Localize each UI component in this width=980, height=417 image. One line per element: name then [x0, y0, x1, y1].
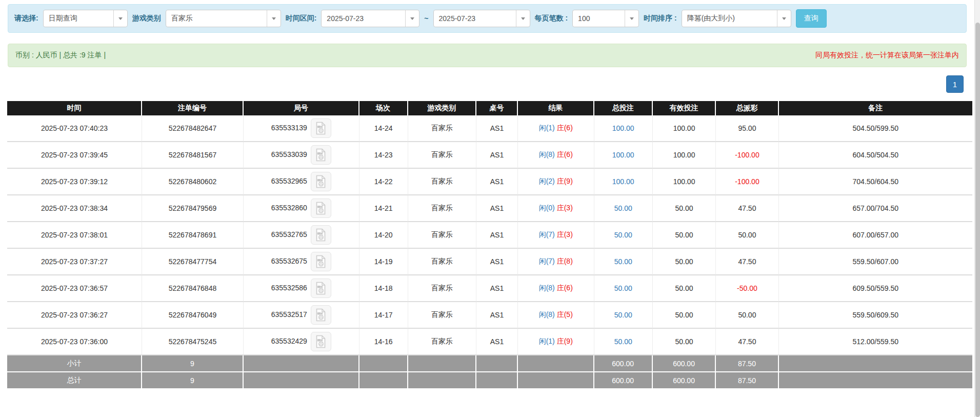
- query-type-select[interactable]: 日期查询: [43, 10, 128, 27]
- bet-id-cell: 522678476049: [142, 302, 244, 329]
- total-bet-link[interactable]: 50.00: [614, 284, 632, 292]
- video-record-icon: [315, 308, 326, 322]
- page-size-select[interactable]: 100: [572, 10, 639, 27]
- result-cell: 闲(7) 庄(8): [518, 249, 594, 275]
- player-result: 闲(7): [539, 230, 555, 239]
- video-replay-button[interactable]: [311, 252, 331, 271]
- round-cell: 635532429: [244, 329, 359, 355]
- subtotal-row-cell-10: [779, 355, 972, 372]
- player-result: 闲(8): [539, 150, 555, 158]
- bet-id-cell: 522678481567: [142, 142, 244, 169]
- session-cell: 14-19: [359, 249, 408, 275]
- page-size-label: 每页笔数 :: [535, 14, 568, 23]
- video-replay-button[interactable]: [311, 172, 331, 191]
- total-bet-link[interactable]: 100.00: [612, 177, 634, 186]
- time-sort-value: 降冪(由大到小): [682, 14, 777, 23]
- payout-cell: 47.50: [716, 249, 778, 275]
- session-cell: 14-21: [359, 195, 408, 222]
- time-cell: 2025-07-23 07:40:23: [7, 115, 142, 142]
- game-type-cell: 百家乐: [408, 275, 476, 302]
- time-cell: 2025-07-23 07:38:34: [7, 195, 142, 222]
- valid-bet-cell: 50.00: [653, 195, 716, 222]
- time-sort-select[interactable]: 降冪(由大到小): [682, 10, 791, 27]
- banker-result: 庄(6): [557, 284, 573, 292]
- time-cell: 2025-07-23 07:36:57: [7, 275, 142, 302]
- time-sort-label: 时间排序 :: [644, 14, 677, 23]
- total-row-cell-8: 600.00: [653, 372, 716, 389]
- payout-cell: -100.00: [716, 169, 778, 195]
- total-bet-link[interactable]: 50.00: [614, 311, 632, 319]
- banker-result: 庄(5): [557, 310, 573, 319]
- column-header-10: 备注: [779, 101, 972, 115]
- page-1-button[interactable]: 1: [946, 75, 964, 93]
- remark-cell: 504.50/599.50: [779, 115, 972, 142]
- result-cell: 闲(8) 庄(6): [518, 275, 594, 302]
- game-type-select[interactable]: 百家乐: [166, 10, 281, 27]
- subtotal-row-cell-4: [408, 355, 476, 372]
- currency-total-info: 币别 : 人民币 | 总共 :9 注单 |: [15, 51, 106, 60]
- query-type-label: 请选择:: [14, 14, 38, 23]
- date-from-value: 2025-07-23: [322, 14, 405, 23]
- player-result: 闲(7): [539, 257, 555, 265]
- vertical-scrollbar[interactable]: [974, 0, 980, 417]
- session-cell: 14-23: [359, 142, 408, 169]
- total-bet-link[interactable]: 100.00: [612, 124, 634, 132]
- date-to-select[interactable]: 2025-07-23: [433, 10, 530, 27]
- video-replay-button[interactable]: [311, 279, 331, 298]
- valid-bet-cell: 50.00: [653, 222, 716, 249]
- video-replay-button[interactable]: [311, 305, 331, 325]
- player-result: 闲(8): [539, 284, 555, 292]
- total-bet-link[interactable]: 50.00: [614, 231, 632, 239]
- table-number-cell: AS1: [476, 249, 518, 275]
- total-row-cell-1: 9: [142, 372, 244, 389]
- subtotal-row-cell-7: 600.00: [594, 355, 653, 372]
- total-bet-cell: 100.00: [594, 142, 653, 169]
- video-replay-button[interactable]: [311, 118, 331, 138]
- pagination: 1: [8, 67, 967, 101]
- total-bet-link[interactable]: 100.00: [612, 151, 634, 159]
- total-row-cell-10: [779, 372, 972, 389]
- chevron-down-icon: [777, 10, 791, 27]
- result-cell: 闲(8) 庄(6): [518, 142, 594, 169]
- banker-result: 庄(9): [557, 337, 573, 345]
- total-bet-link[interactable]: 50.00: [614, 337, 632, 346]
- video-replay-button[interactable]: [311, 145, 331, 165]
- valid-bet-cell: 50.00: [653, 249, 716, 275]
- table-row: 2025-07-23 07:36:57522678476848635532586…: [7, 275, 972, 302]
- table-number-cell: AS1: [476, 329, 518, 355]
- bet-id-cell: 522678477754: [142, 249, 244, 275]
- subtotal-row-cell-5: [476, 355, 518, 372]
- column-header-3: 场次: [359, 101, 408, 115]
- game-type-cell: 百家乐: [408, 302, 476, 329]
- video-replay-button[interactable]: [311, 225, 331, 245]
- banker-result: 庄(9): [557, 177, 573, 185]
- date-to-value: 2025-07-23: [434, 14, 516, 23]
- valid-bet-cell: 100.00: [653, 115, 716, 142]
- round-cell: 635532517: [244, 302, 359, 329]
- remark-cell: 604.50/504.50: [779, 142, 972, 169]
- total-bet-link[interactable]: 50.00: [614, 204, 632, 212]
- filter-bar: 请选择: 日期查询 游戏类别 百家乐 时间区间: 2025-07-23 ~ 20…: [8, 4, 967, 33]
- video-replay-button[interactable]: [311, 198, 331, 218]
- total-bet-cell: 50.00: [594, 222, 653, 249]
- player-result: 闲(1): [539, 337, 555, 345]
- page-size-value: 100: [573, 14, 625, 23]
- session-cell: 14-18: [359, 275, 408, 302]
- search-button[interactable]: 查询: [796, 9, 827, 28]
- chevron-down-icon: [625, 10, 638, 27]
- game-type-value: 百家乐: [166, 14, 267, 23]
- time-cell: 2025-07-23 07:36:00: [7, 329, 142, 355]
- time-cell: 2025-07-23 07:39:12: [7, 169, 142, 195]
- scrollbar-thumb[interactable]: [975, 23, 980, 417]
- banker-result: 庄(8): [557, 257, 573, 265]
- valid-bet-cell: 50.00: [653, 275, 716, 302]
- total-row-cell-2: [244, 372, 359, 389]
- total-bet-link[interactable]: 50.00: [614, 257, 632, 266]
- banker-result: 庄(6): [557, 124, 573, 132]
- session-cell: 14-16: [359, 329, 408, 355]
- total-row-cell-4: [408, 372, 476, 389]
- video-replay-button[interactable]: [311, 332, 331, 351]
- subtotal-row-cell-0: 小计: [7, 355, 142, 372]
- date-from-select[interactable]: 2025-07-23: [321, 10, 419, 27]
- total-row-cell-5: [476, 372, 518, 389]
